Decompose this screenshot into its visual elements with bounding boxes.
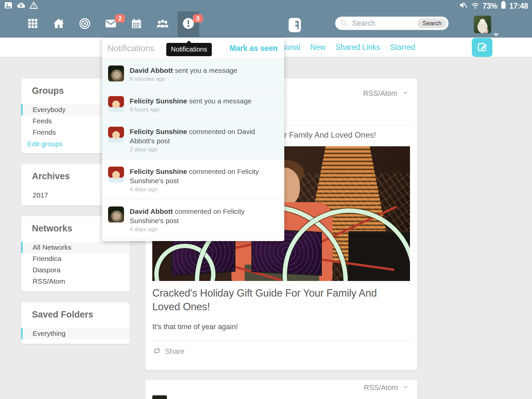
share-label: Share — [165, 347, 185, 356]
calendar-icon — [131, 18, 142, 31]
notifications-badge: 3 — [193, 14, 203, 23]
bullseye-icon — [79, 18, 90, 31]
notification-action: sent you a message — [175, 66, 237, 74]
status-left-icons — [4, 1, 38, 11]
notification-time: 9 hours ago — [130, 106, 252, 113]
notification-item[interactable]: Felicity Sunshine commented on Felicity … — [102, 160, 284, 200]
nav-home-button[interactable] — [48, 11, 69, 37]
battery-icon — [500, 0, 507, 12]
notification-actor: Felicity Sunshine — [130, 168, 187, 175]
avatar — [108, 66, 124, 81]
nav-contacts-button[interactable] — [152, 11, 173, 37]
nav-apps-button[interactable] — [22, 11, 44, 37]
nav-notifications-button[interactable]: 3 — [178, 11, 199, 37]
post-body: It's that time of year again! — [152, 323, 410, 331]
mark-as-seen-link[interactable]: Mark as seen — [230, 44, 278, 53]
avatar — [108, 96, 124, 112]
tabs: Personal New Shared Links Starred — [270, 38, 415, 57]
notification-action: sent you a message — [189, 97, 252, 105]
notification-actor: Felicity Sunshine — [130, 97, 187, 105]
notification-item[interactable]: Felicity Sunshine sent you a message 9 h… — [102, 89, 284, 120]
post2-image-sliver — [152, 395, 167, 399]
sidebar-item-all-networks[interactable]: All Networks — [21, 242, 130, 253]
tab-new[interactable]: New — [310, 43, 326, 52]
friendica-logo-icon[interactable] — [289, 18, 301, 32]
notification-time: 4 days ago — [130, 226, 278, 233]
post-source-label: RSS/Atom — [363, 89, 397, 98]
notification-item[interactable]: Felicity Sunshine commented on David Abb… — [102, 120, 284, 160]
notification-item[interactable]: David Abbott commented on Felicity Sunsh… — [102, 200, 284, 239]
chevron-down-icon — [402, 384, 409, 392]
search-submit-button[interactable]: Search — [417, 18, 447, 28]
post-source-dropdown[interactable]: RSS/Atom — [363, 89, 409, 98]
notification-actor: David Abbott — [130, 207, 173, 215]
users-icon — [156, 18, 169, 30]
search-icon — [340, 19, 348, 27]
compose-button[interactable] — [472, 38, 492, 57]
avatar — [108, 167, 124, 183]
notifications-tooltip: Notifications — [166, 43, 212, 56]
messages-badge: 2 — [115, 14, 125, 23]
clock-time: 17:48 — [509, 2, 528, 11]
tab-shared-links[interactable]: Shared Links — [335, 43, 380, 52]
retweet-icon — [152, 347, 162, 356]
warning-icon — [29, 1, 38, 11]
cloud-upload-icon — [16, 1, 26, 11]
notifications-dropdown: Notifications Mark as seen David Abbott … — [102, 38, 284, 241]
android-status-bar: 73% 17:48 — [0, 0, 532, 11]
status-right-cluster: 73% 17:48 — [459, 0, 528, 12]
search-bar: Search — [335, 17, 449, 30]
notification-time: 2 days ago — [130, 146, 278, 153]
nav-network-button[interactable] — [74, 11, 95, 37]
post-title[interactable]: Cracked's Holiday Gift Guide For Your Fa… — [152, 286, 398, 314]
home-icon — [53, 18, 65, 31]
notification-item[interactable]: David Abbott sent you a message 6 minute… — [102, 59, 284, 89]
sidebar-item-rss-atom[interactable]: RSS/Atom — [21, 276, 130, 287]
pencil-square-icon — [477, 42, 487, 54]
notification-text: Felicity Sunshine commented on Felicity … — [130, 167, 278, 193]
notification-item-partial[interactable] — [102, 239, 284, 241]
nav-icons: 2 3 — [22, 11, 203, 37]
notification-text: David Abbott sent you a message 6 minute… — [130, 66, 237, 82]
share-button[interactable]: Share — [152, 341, 410, 370]
friendica-screen: 73% 17:48 2 — [0, 0, 532, 399]
post-card-2: RSS/Atom — [145, 380, 417, 399]
notifications-title: Notifications — [107, 43, 155, 54]
notification-text: Felicity Sunshine sent you a message 9 h… — [130, 96, 252, 113]
chevron-down-icon — [402, 89, 409, 98]
apps-grid-icon — [27, 18, 38, 30]
screenshot-icon — [4, 1, 13, 11]
notification-text: Felicity Sunshine commented on David Abb… — [130, 127, 278, 153]
tab-starred[interactable]: Starred — [390, 43, 415, 52]
nav-events-button[interactable] — [126, 11, 147, 37]
top-bar: 73% 17:48 2 — [0, 0, 532, 38]
battery-percent: 73% — [482, 2, 497, 11]
saved-folders-title: Saved Folders — [21, 308, 130, 320]
user-avatar[interactable] — [474, 16, 491, 33]
sidebar-item-diaspora[interactable]: Diaspora — [21, 264, 130, 276]
sidebar-item-everything[interactable]: Everything — [21, 328, 130, 339]
wifi-icon — [470, 1, 480, 12]
saved-folders-panel: Saved Folders Everything — [21, 302, 130, 344]
search-input[interactable] — [352, 19, 409, 28]
avatar — [108, 127, 124, 143]
notification-time: 6 minutes ago — [130, 76, 237, 82]
notification-actor: Felicity Sunshine — [130, 128, 187, 135]
mute-icon — [459, 1, 468, 12]
nav-messages-button[interactable]: 2 — [100, 11, 121, 37]
post2-source-dropdown[interactable]: RSS/Atom — [364, 383, 409, 392]
sidebar-item-friendica[interactable]: Friendica — [21, 253, 130, 264]
notification-text: David Abbott commented on Felicity Sunsh… — [130, 206, 278, 233]
avatar — [108, 206, 124, 222]
nav-row: 2 3 Search — [0, 11, 532, 38]
notification-time: 4 days ago — [130, 186, 278, 193]
user-menu-caret-icon[interactable] — [493, 33, 499, 40]
notification-actor: David Abbott — [130, 66, 173, 74]
post2-source-label: RSS/Atom — [364, 383, 398, 392]
